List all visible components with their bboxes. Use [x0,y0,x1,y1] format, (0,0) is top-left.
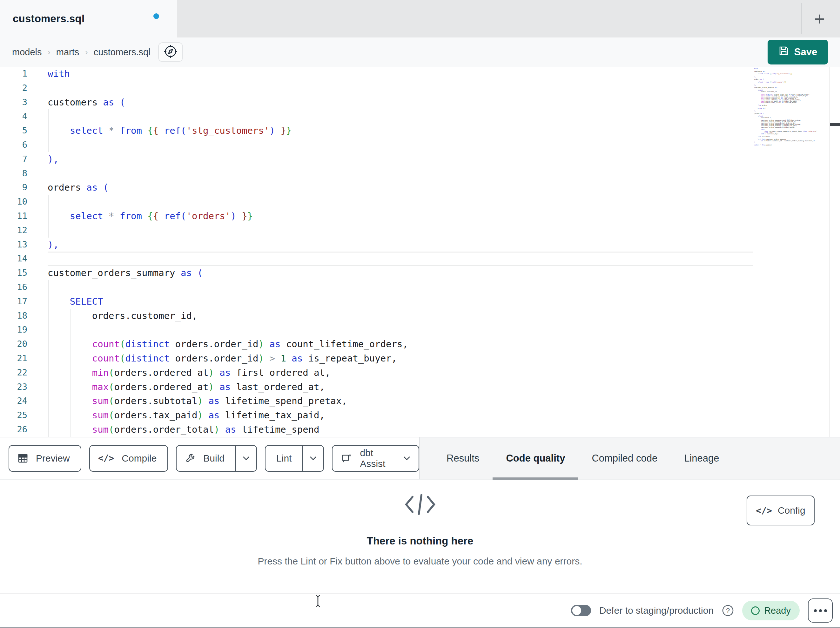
code-line[interactable]: 24 sum(orders.subtotal) as lifetime_spen… [0,394,840,408]
dbt-assist-button[interactable]: dbt Assist [332,445,419,472]
code-line[interactable]: 7), [0,152,840,166]
code-line[interactable]: 4 [0,109,840,123]
code-line[interactable]: 13), [0,237,840,252]
code-line[interactable]: 15customer_orders_summary as ( [0,266,840,280]
scrollbar-thumb[interactable] [830,123,840,126]
config-button[interactable]: </> Config [747,495,815,525]
tab-customers-sql[interactable]: customers.sql [0,0,177,38]
line-number: 16 [0,280,47,294]
build-button[interactable]: Build [176,445,257,472]
indent-guide [48,365,49,380]
lineage-compass-button[interactable] [158,42,183,62]
code-line[interactable]: 1with [0,67,840,81]
assist-label: dbt Assist [357,448,398,469]
code-line[interactable]: 12 [0,223,840,237]
code-icon: </> [756,505,772,516]
line-number: 1 [0,67,47,81]
code-line[interactable]: 23 max(orders.ordered_at) as last_ordere… [0,380,840,394]
tab-compiled-code[interactable]: Compiled code [578,437,671,479]
tab-label: Lineage [684,452,719,464]
line-number: 19 [0,323,47,337]
empty-state-description: Press the Lint or Fix button above to ev… [257,556,582,567]
indent-guide [48,351,49,365]
code-line[interactable]: 17 SELECT [0,294,840,309]
chevron-down-icon [403,456,410,460]
config-label: Config [778,505,805,516]
indent-guide [48,138,49,152]
breadcrumb: models › marts › customers.sql [0,47,150,57]
tab-results[interactable]: Results [433,437,493,479]
line-number: 14 [0,252,47,266]
line-number: 24 [0,394,47,408]
overflow-menu-button[interactable] [808,598,833,623]
tab-code-quality[interactable]: Code quality [493,437,578,479]
code-line[interactable]: 6 [0,138,840,152]
tab-bar: customers.sql + [0,0,840,38]
status-bar: Defer to staging/production ? Ready [0,593,840,627]
line-number: 12 [0,223,47,237]
preview-button[interactable]: Preview [9,445,81,472]
breadcrumb-marts[interactable]: marts [56,47,79,57]
line-number: 8 [0,166,47,181]
save-button[interactable]: Save [767,40,828,65]
empty-state: There is nothing here Press the Lint or … [0,492,840,567]
line-number: 5 [0,123,47,138]
breadcrumb-models[interactable]: models [12,47,42,57]
line-number: 3 [0,95,47,109]
ready-circle-icon [751,606,759,615]
line-number: 20 [0,337,47,351]
code-line[interactable]: 21 count(distinct orders.order_id) > 1 a… [0,351,840,365]
code-line[interactable]: 5 select * from {{ ref('stg_customers') … [0,123,840,138]
indent-guide [48,337,49,351]
compile-label: Compile [119,453,159,464]
code-line[interactable]: 2 [0,81,840,95]
indent-guide [48,209,49,223]
line-number: 15 [0,266,47,280]
code-line[interactable]: 20 count(distinct orders.order_id) as co… [0,337,840,351]
preview-label: Preview [33,453,73,464]
table-icon [17,453,28,464]
line-number: 6 [0,138,47,152]
compile-button[interactable]: </> Compile [89,445,168,472]
save-icon [778,46,789,59]
tab-label: Code quality [506,452,565,464]
new-tab-button[interactable]: + [808,7,831,30]
code-line[interactable]: 11 select * from {{ ref('orders') }} [0,209,840,223]
dbt-ide-window: customers.sql + models › marts › custome… [0,0,840,628]
code-line[interactable]: 8 [0,166,840,181]
line-number: 18 [0,309,47,323]
code-line[interactable]: 25 sum(orders.tax_paid) as lifetime_tax_… [0,408,840,422]
help-icon[interactable]: ? [722,604,734,617]
build-dropdown[interactable] [235,446,256,471]
code-line[interactable]: 18 orders.customer_id, [0,309,840,323]
indent-guide [48,422,49,437]
chevron-down-icon [309,456,317,460]
line-number: 7 [0,152,47,166]
tab-strip: + [177,0,840,38]
code-editor[interactable]: 1with23customers as (45 select * from {{… [0,67,840,437]
active-tab-underline [493,478,578,480]
wrench-icon [185,453,196,464]
tab-lineage[interactable]: Lineage [671,437,732,479]
minimap[interactable]: withcustomers as ( select * from {{ ref(… [754,68,808,146]
code-line[interactable]: 19 [0,323,840,337]
tab-title: customers.sql [13,13,84,25]
defer-toggle[interactable] [571,605,591,616]
lint-dropdown[interactable] [302,446,323,471]
code-line[interactable]: 9orders as ( [0,180,840,195]
indent-guide [48,323,49,337]
code-line[interactable]: 3customers as ( [0,95,840,109]
empty-state-title: There is nothing here [367,535,474,547]
code-line[interactable]: 26 sum(orders.order_total) as lifetime_s… [0,422,840,437]
lint-button[interactable]: Lint [265,445,324,472]
code-line[interactable]: 10 [0,195,840,209]
indent-guide [48,380,49,394]
build-label: Build [201,453,227,464]
code-line[interactable]: 22 min(orders.ordered_at) as first_order… [0,365,840,380]
code-line[interactable]: 16 [0,280,840,294]
ready-label: Ready [764,606,791,616]
line-number: 21 [0,351,47,365]
save-label: Save [794,46,817,58]
assist-sparkle-chat-icon [341,452,352,464]
code-slash-icon [401,492,439,519]
